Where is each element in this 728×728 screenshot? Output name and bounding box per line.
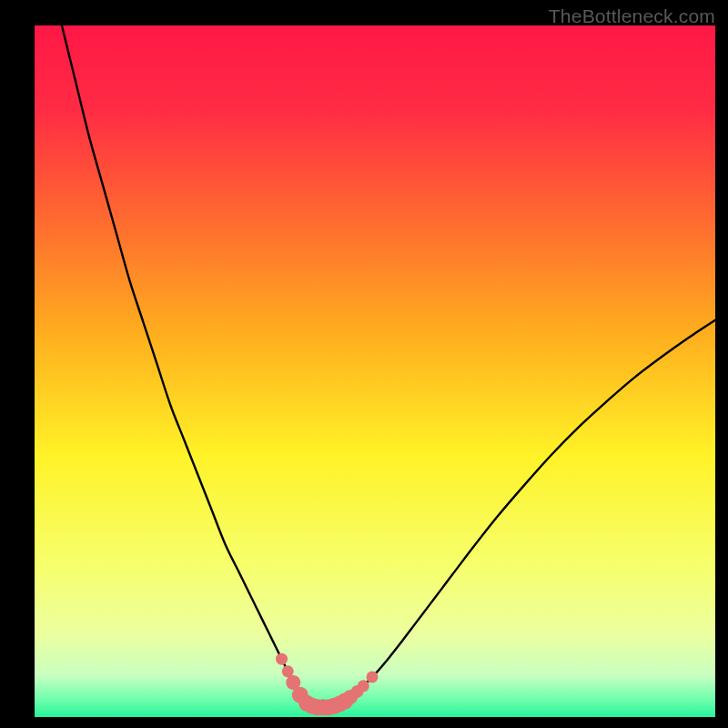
- highlight-point: [276, 653, 288, 665]
- chart-svg: [35, 25, 715, 717]
- watermark-text: TheBottleneck.com: [549, 5, 715, 27]
- highlight-point: [358, 680, 369, 692]
- chart-frame: TheBottleneck.com: [0, 0, 728, 728]
- plot-area: [35, 25, 715, 717]
- highlight-point: [367, 671, 379, 682]
- gradient-background: [35, 25, 715, 717]
